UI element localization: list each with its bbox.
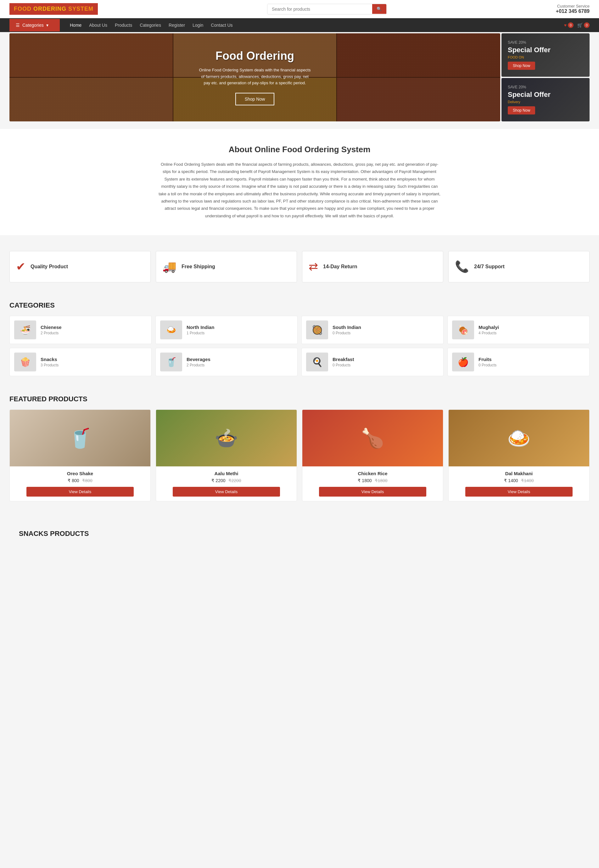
wishlist-badge: 0 xyxy=(568,23,573,28)
category-snacks-img: 🍿 xyxy=(14,353,36,371)
category-breakfast[interactable]: 🍳 Breakfast 0 Products xyxy=(301,348,444,376)
category-beverages-info: Beverages 2 Products xyxy=(187,357,211,367)
cart-badge: 0 xyxy=(584,23,590,28)
category-mughalyi[interactable]: 🍖 Mughalyi 4 Products xyxy=(447,316,590,344)
category-fruits-info: Fruits 0 Products xyxy=(479,357,497,367)
category-beverages[interactable]: 🥤 Beverages 2 Products xyxy=(155,348,298,376)
product-oreo-shake-original-price: ₹800 xyxy=(82,478,92,483)
cart-icon-group[interactable]: 🛒 0 xyxy=(577,23,590,28)
header: FOOD ORDERING SYSTEM 🔍 Customer Service … xyxy=(0,0,599,18)
product-oreo-shake-name: Oreo Shake xyxy=(13,471,147,476)
category-snacks-info: Snacks 3 Products xyxy=(41,357,59,367)
product-oreo-shake-button[interactable]: View Details xyxy=(26,487,134,497)
categories-dropdown[interactable]: ☰ Categories ▾ xyxy=(9,19,60,32)
side-card-2-title: Special Offer xyxy=(508,90,583,99)
categories-label: Categories xyxy=(23,23,44,28)
product-oreo-shake-img: 🥤 xyxy=(10,410,151,466)
product-oreo-shake-price: ₹ 800 ₹800 xyxy=(13,478,147,483)
product-chicken-rice-info: Chicken Rice ₹ 1800 ₹1800 View Details xyxy=(303,466,443,501)
wishlist-icon-group[interactable]: ♥ 0 xyxy=(564,23,573,28)
product-oreo-shake-info: Oreo Shake ₹ 800 ₹800 View Details xyxy=(10,466,151,501)
category-fruits[interactable]: 🍎 Fruits 0 Products xyxy=(447,348,590,376)
nav-home[interactable]: Home xyxy=(66,18,85,32)
product-dal-makhani-img: 🍛 xyxy=(448,410,589,466)
search-input[interactable] xyxy=(267,4,372,14)
hero-side-card-1: SAVE 20% Special Offer FOOD ON Shop Now xyxy=(501,33,590,77)
product-aalu-methi-original-price: ₹2200 xyxy=(229,478,241,483)
heart-icon: ♥ xyxy=(564,23,567,28)
category-north-indian[interactable]: 🍛 North Indian 1 Products xyxy=(155,316,298,344)
category-snacks-count: 3 Products xyxy=(41,363,59,367)
category-south-indian-name: South Indian xyxy=(333,324,361,330)
category-chienese[interactable]: 🍜 Chienese 2 Products xyxy=(9,316,152,344)
product-aalu-methi-current-price: ₹ 2200 xyxy=(211,478,225,483)
side-card-2-button[interactable]: Shop Now xyxy=(508,106,535,114)
nav-register[interactable]: Register xyxy=(165,18,189,32)
product-aalu-methi: 🍲 Aalu Methi ₹ 2200 ₹2200 View Details xyxy=(156,410,297,501)
product-aalu-methi-button[interactable]: View Details xyxy=(173,487,280,497)
category-mughalyi-count: 4 Products xyxy=(479,331,499,335)
product-dal-makhani-original-price: ₹1400 xyxy=(521,478,534,483)
product-dal-makhani-current-price: ₹ 1400 xyxy=(504,478,518,483)
category-chienese-count: 2 Products xyxy=(41,331,62,335)
category-north-indian-name: North Indian xyxy=(187,324,214,330)
side-card-2-subtitle: Delivery xyxy=(508,100,583,104)
nav-products[interactable]: Products xyxy=(111,18,136,32)
nav-about[interactable]: About Us xyxy=(85,18,111,32)
product-oreo-shake: 🥤 Oreo Shake ₹ 800 ₹800 View Details xyxy=(9,410,151,501)
hero-side-card-2: SAVE 20% Special Offer Delivery Shop Now xyxy=(501,78,590,122)
product-chicken-rice-name: Chicken Rice xyxy=(306,471,440,476)
features-section: ✔ Quality Product 🚚 Free Shipping ⇄ 14-D… xyxy=(0,242,599,292)
nav-contact[interactable]: Contact Us xyxy=(207,18,236,32)
feature-support: 📞 24/7 Support xyxy=(448,251,590,282)
category-chienese-info: Chienese 2 Products xyxy=(41,324,62,335)
customer-service-label: Customer Service xyxy=(556,4,590,9)
category-snacks[interactable]: 🍿 Snacks 3 Products xyxy=(9,348,152,376)
product-dal-makhani-price: ₹ 1400 ₹1400 xyxy=(452,478,586,483)
category-north-indian-count: 1 Products xyxy=(187,331,214,335)
hero-shop-now-button[interactable]: Shop Now xyxy=(235,93,275,105)
category-north-indian-info: North Indian 1 Products xyxy=(187,324,214,335)
featured-products-section: FEATURED PRODUCTS 🥤 Oreo Shake ₹ 800 ₹80… xyxy=(0,386,599,517)
hero-title: Food Ordering xyxy=(198,50,312,63)
product-aalu-methi-price: ₹ 2200 ₹2200 xyxy=(159,478,293,483)
snacks-title: Snacks Products xyxy=(9,523,590,538)
snacks-section: Snacks Products xyxy=(0,517,599,557)
category-chienese-img: 🍜 xyxy=(14,320,36,339)
return-icon: ⇄ xyxy=(309,260,318,273)
category-south-indian[interactable]: 🥘 South Indian 0 Products xyxy=(301,316,444,344)
category-south-indian-info: South Indian 0 Products xyxy=(333,324,361,335)
about-text: Online Food Ordering System deals with t… xyxy=(158,161,441,219)
search-bar: 🔍 xyxy=(267,4,387,15)
feature-quality: ✔ Quality Product xyxy=(9,251,151,282)
product-aalu-methi-name: Aalu Methi xyxy=(159,471,293,476)
nav-categories[interactable]: Categories xyxy=(136,18,165,32)
logo[interactable]: FOOD ORDERING SYSTEM xyxy=(9,3,98,15)
search-icon: 🔍 xyxy=(376,7,382,11)
customer-phone: +012 345 6789 xyxy=(556,9,590,14)
category-chienese-name: Chienese xyxy=(41,324,62,330)
about-title: About Online Food Ordering System xyxy=(19,145,580,155)
category-south-indian-img: 🥘 xyxy=(306,320,328,339)
side-card-1-title: Special Offer xyxy=(508,46,583,54)
nav-links: Home About Us Products Categories Regist… xyxy=(60,18,564,32)
logo-text: FOOD xyxy=(14,6,33,12)
nav-right: ♥ 0 🛒 0 xyxy=(564,23,590,28)
product-chicken-rice-button[interactable]: View Details xyxy=(319,487,427,497)
category-breakfast-count: 0 Products xyxy=(333,363,354,367)
category-breakfast-img: 🍳 xyxy=(306,353,328,371)
menu-icon: ☰ xyxy=(16,23,20,28)
category-beverages-name: Beverages xyxy=(187,357,211,362)
product-chicken-rice-current-price: ₹ 1800 xyxy=(358,478,372,483)
truck-icon: 🚚 xyxy=(163,260,176,273)
logo-rest: SYSTEM xyxy=(66,6,93,12)
feature-quality-label: Quality Product xyxy=(30,264,68,270)
nav-login[interactable]: Login xyxy=(189,18,207,32)
product-chicken-rice-img: 🍗 xyxy=(303,410,443,466)
categories-title: CATEGORIES xyxy=(9,301,590,309)
product-dal-makhani-button[interactable]: View Details xyxy=(465,487,573,497)
category-north-indian-img: 🍛 xyxy=(160,320,182,339)
side-card-1-button[interactable]: Shop Now xyxy=(508,62,535,70)
product-aalu-methi-info: Aalu Methi ₹ 2200 ₹2200 View Details xyxy=(156,466,296,501)
search-button[interactable]: 🔍 xyxy=(372,4,386,14)
